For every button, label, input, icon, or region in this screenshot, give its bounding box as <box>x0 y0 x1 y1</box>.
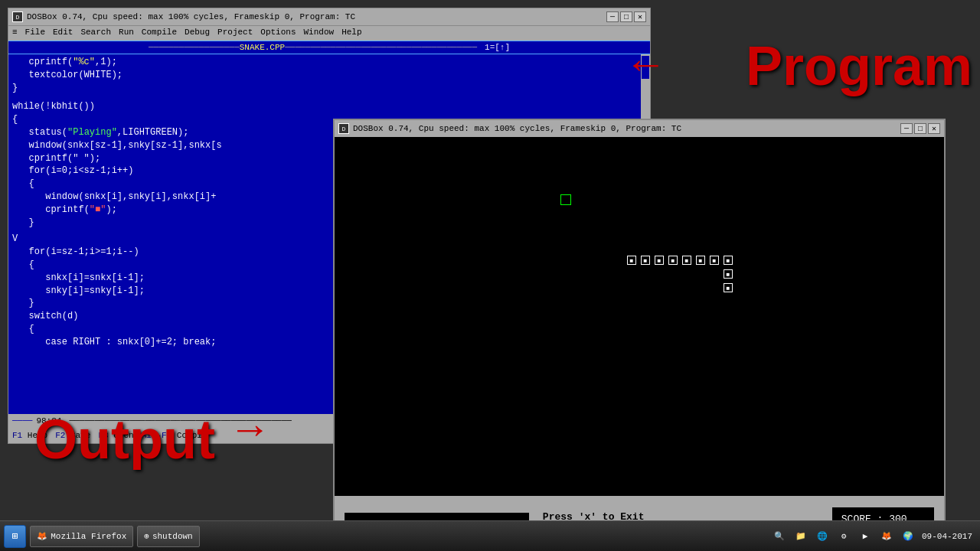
snake-segment: ■ <box>724 269 733 279</box>
code-window-titlebar: D DOSBox 0.74, Cpu speed: max 100% cycle… <box>8 8 650 25</box>
food-item <box>560 194 571 205</box>
firefox-label: Mozilla Firefox <box>51 532 126 541</box>
taskbar-item-shutdown[interactable]: ⊕ shutdown <box>137 526 199 547</box>
menu-search[interactable]: Search <box>80 28 111 39</box>
game-area: ■ ■ ■ ■ ■ ■ ■ ■ ■ ■ <box>335 137 944 496</box>
taskbar-icon-folder[interactable]: 📁 <box>793 529 808 544</box>
code-maximize-button[interactable]: □ <box>620 11 632 22</box>
menu-file[interactable]: File <box>25 28 45 39</box>
menu-options[interactable]: Options <box>260 28 296 39</box>
code-line <box>12 94 637 100</box>
shutdown-icon: ⊕ <box>144 531 149 541</box>
menu-help[interactable]: Help <box>341 28 361 39</box>
dosbox-icon: D <box>12 11 23 22</box>
snake-segment: ■ <box>641 256 650 265</box>
menu-run[interactable]: Run <box>119 28 134 39</box>
code-line: cprintf("%c",1); <box>12 56 637 69</box>
menu-project[interactable]: Project <box>217 28 253 39</box>
menu-hamburger[interactable]: ≡ <box>12 28 18 39</box>
taskbar-icon-media[interactable]: ▶ <box>858 529 873 544</box>
taskbar-icon-settings[interactable]: ⚙ <box>836 529 851 544</box>
snake-segment: ■ <box>724 256 733 265</box>
taskbar-datetime: 09-04-2017 <box>922 532 972 541</box>
snake-segment: ■ <box>696 256 705 265</box>
firefox-icon: 🦊 <box>37 531 47 541</box>
start-button[interactable]: ⊞ <box>4 525 26 548</box>
game-window-controls: ─ □ ✕ <box>900 123 940 134</box>
program-arrow-icon: ← <box>633 42 658 90</box>
taskbar-system-tray: 🔍 📁 🌐 ⚙ ▶ 🦊 🌍 09-04-2017 <box>772 529 976 544</box>
code-filename: SNAKE.CPP <box>240 43 285 52</box>
snake-segment: ■ <box>627 256 636 265</box>
snake-segment: ■ <box>724 283 733 292</box>
code-close-button[interactable]: ✕ <box>634 11 646 22</box>
output-arrow-icon: → <box>237 407 263 455</box>
snake-segment: ■ <box>682 256 691 265</box>
code-window-controls: ─ □ ✕ <box>606 11 646 22</box>
game-dosbox-icon: D <box>338 123 349 134</box>
taskbar-icon-browser2[interactable]: 🌍 <box>900 529 916 544</box>
game-minimize-button[interactable]: ─ <box>900 123 913 134</box>
code-window-title: DOSBox 0.74, Cpu speed: max 100% cycles,… <box>27 12 355 21</box>
snake-segment: ■ <box>710 256 719 265</box>
game-window: D DOSBox 0.74, Cpu speed: max 100% cycle… <box>333 119 946 551</box>
menu-window[interactable]: Window <box>304 28 335 39</box>
taskbar-icon-firefox[interactable]: 🦊 <box>879 529 894 544</box>
menu-edit[interactable]: Edit <box>53 28 73 39</box>
code-line: } <box>12 82 637 95</box>
program-label: Program <box>746 34 972 97</box>
game-close-button[interactable]: ✕ <box>928 123 940 134</box>
taskbar-icon-chrome[interactable]: 🌐 <box>815 529 830 544</box>
menu-debug[interactable]: Debug <box>185 28 210 39</box>
output-label: Output <box>34 408 215 471</box>
taskbar: ⊞ 🦊 Mozilla Firefox ⊕ shutdown 🔍 📁 🌐 ⚙ ▶… <box>0 520 980 551</box>
code-line: while(!kbhit()) <box>12 100 637 113</box>
game-maximize-button[interactable]: □ <box>914 123 926 134</box>
menu-compile[interactable]: Compile <box>142 28 177 39</box>
desktop: D DOSBox 0.74, Cpu speed: max 100% cycle… <box>0 0 980 551</box>
code-position-indicator: 1=[↑] <box>485 43 510 52</box>
code-filename-bar: ────────────────── SNAKE.CPP ───────────… <box>8 41 650 54</box>
code-minimize-button[interactable]: ─ <box>606 11 619 22</box>
code-line: textcolor(WHITE); <box>12 69 637 82</box>
game-window-titlebar: D DOSBox 0.74, Cpu speed: max 100% cycle… <box>335 120 944 137</box>
code-menu-bar: ≡ File Edit Search Run Compile Debug Pro… <box>8 25 650 41</box>
taskbar-icon-search[interactable]: 🔍 <box>772 529 787 544</box>
snake-segment: ■ <box>668 256 678 265</box>
game-window-title: DOSBox 0.74, Cpu speed: max 100% cycles,… <box>353 124 681 133</box>
taskbar-item-firefox[interactable]: 🦊 Mozilla Firefox <box>30 526 133 547</box>
snake-segment: ■ <box>655 256 664 265</box>
shutdown-label: shutdown <box>152 532 193 541</box>
